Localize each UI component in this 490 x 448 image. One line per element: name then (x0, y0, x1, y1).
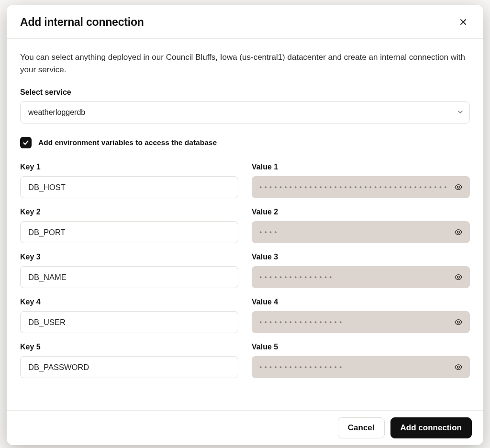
svg-point-3 (457, 321, 460, 324)
key-label: Key 5 (20, 343, 238, 351)
reveal-value-button[interactable] (452, 360, 465, 374)
env-key-input[interactable] (20, 311, 238, 333)
svg-point-1 (457, 231, 460, 234)
chevron-down-icon (457, 108, 463, 117)
key-label: Key 2 (20, 208, 238, 216)
add-env-vars-label: Add environment variables to access the … (38, 138, 217, 147)
eye-icon (454, 318, 463, 326)
svg-point-4 (457, 366, 460, 369)
env-key-input[interactable] (20, 176, 238, 198)
svg-point-2 (457, 276, 460, 279)
env-value-field[interactable]: ●●●● (252, 221, 470, 243)
value-label: Value 4 (252, 298, 470, 306)
reveal-value-button[interactable] (452, 180, 465, 194)
masked-value: ●●●●●●●●●●●●●●●●●●●●●●●●●●●●●●●●●●●●●●●● (259, 185, 448, 190)
key-label: Key 4 (20, 298, 238, 306)
modal-description: You can select anything deployed in our … (20, 51, 470, 76)
eye-icon (454, 363, 463, 371)
env-key-input[interactable] (20, 266, 238, 288)
masked-value: ●●●● (259, 230, 279, 235)
masked-value: ●●●●●●●●●●●●●●●●● (259, 320, 344, 325)
select-service-label: Select service (20, 88, 470, 97)
masked-value: ●●●●●●●●●●●●●●● (259, 275, 334, 280)
env-value-field[interactable]: ●●●●●●●●●●●●●●● (252, 266, 470, 288)
eye-icon (454, 273, 463, 281)
reveal-value-button[interactable] (452, 225, 465, 239)
add-internal-connection-modal: Add internal connection You can select a… (7, 5, 483, 445)
select-service-dropdown[interactable]: weatherloggerdb (20, 101, 470, 123)
masked-value: ●●●●●●●●●●●●●●●●● (259, 365, 344, 370)
key-label: Key 3 (20, 253, 238, 261)
cancel-button[interactable]: Cancel (338, 417, 385, 438)
close-icon (459, 18, 467, 26)
env-value-field[interactable]: ●●●●●●●●●●●●●●●●●●●●●●●●●●●●●●●●●●●●●●●● (252, 176, 470, 198)
reveal-value-button[interactable] (452, 270, 465, 284)
add-connection-button[interactable]: Add connection (390, 417, 472, 438)
svg-point-0 (457, 186, 460, 189)
value-label: Value 5 (252, 343, 470, 351)
select-service-value: weatherloggerdb (28, 108, 85, 117)
modal-body[interactable]: You can select anything deployed in our … (7, 39, 483, 410)
value-label: Value 3 (252, 253, 470, 261)
env-key-input[interactable] (20, 221, 238, 243)
value-label: Value 2 (252, 208, 470, 216)
modal-footer: Cancel Add connection (7, 410, 483, 445)
env-value-field[interactable]: ●●●●●●●●●●●●●●●●● (252, 311, 470, 333)
eye-icon (454, 228, 463, 236)
add-env-vars-checkbox[interactable] (20, 137, 32, 148)
key-label: Key 1 (20, 163, 238, 171)
close-button[interactable] (457, 15, 470, 29)
modal-title: Add internal connection (20, 16, 144, 29)
value-label: Value 1 (252, 163, 470, 171)
env-key-input[interactable] (20, 356, 238, 378)
eye-icon (454, 183, 463, 191)
reveal-value-button[interactable] (452, 315, 465, 329)
modal-header: Add internal connection (7, 5, 483, 39)
env-value-field[interactable]: ●●●●●●●●●●●●●●●●● (252, 356, 470, 378)
check-icon (22, 139, 29, 146)
